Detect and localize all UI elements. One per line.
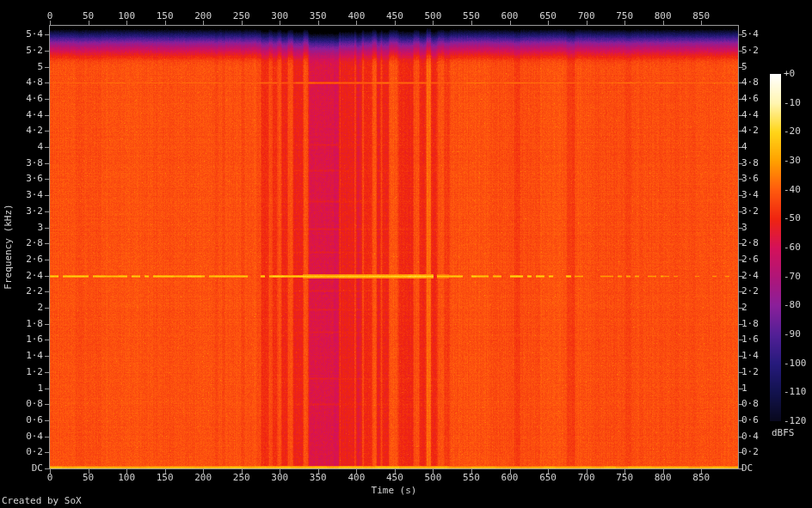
x-tick-label-top: 800: [644, 10, 682, 21]
x-tick-label-top: 150: [146, 10, 184, 21]
colorbar-tick-label: -100: [784, 358, 807, 369]
y-tick-label-right: 3·8: [741, 157, 759, 168]
y-tick-label-left: 4·4: [9, 109, 43, 120]
y-tick-label-right: 0·8: [741, 398, 759, 409]
x-tick-label-bottom: 50: [70, 472, 108, 483]
x-tick-label-top: 400: [337, 10, 375, 21]
y-tick-label-left: 4·2: [9, 125, 43, 136]
y-tick-label-left: 2·4: [9, 270, 43, 281]
x-tick-label-bottom: 450: [376, 472, 414, 483]
x-tick-label-top: 600: [491, 10, 529, 21]
y-tick-label-right: 2·2: [741, 285, 759, 297]
y-tick-label-right: 3: [741, 222, 747, 233]
y-tick-label-left: 2·6: [9, 254, 43, 265]
x-tick-label-top: 200: [184, 10, 222, 21]
colorbar-tick-label: -70: [784, 271, 801, 282]
y-tick-label-right: 2·4: [741, 270, 759, 281]
y-tick-label-left: 1·4: [9, 350, 43, 361]
x-tick-label-bottom: 100: [108, 472, 145, 483]
colorbar-tick-label: -110: [784, 386, 807, 397]
y-tick-label-left: DC: [9, 462, 43, 474]
x-axis-title: Time (s): [372, 485, 417, 496]
y-tick-label-left: 0·6: [9, 414, 43, 425]
x-tick-label-bottom: 650: [529, 472, 567, 483]
y-tick-label-left: 3·2: [9, 205, 43, 217]
x-tick-label-top: 700: [568, 10, 606, 21]
colorbar-tick-label: -90: [784, 328, 801, 340]
x-tick-label-bottom: 400: [337, 472, 375, 483]
y-tick-label-left: 2·8: [9, 237, 43, 248]
y-tick-label-right: 1·2: [741, 366, 759, 377]
sox-spectrogram-window: 0050501001001501502002002502503003003503…: [0, 0, 812, 508]
y-tick-label-left: 0·8: [9, 398, 43, 409]
y-tick-label-left: 3·6: [9, 173, 43, 184]
y-tick-label-left: 4·6: [9, 93, 43, 104]
x-tick-label-top: 550: [452, 10, 490, 21]
x-tick-label-top: 750: [606, 10, 643, 21]
x-tick-label-bottom: 700: [568, 472, 606, 483]
colorbar-tick-label: -80: [784, 299, 801, 310]
x-tick-label-top: 450: [376, 10, 414, 21]
x-tick-label-bottom: 750: [606, 472, 643, 483]
y-tick-label-left: 1·6: [9, 334, 43, 345]
y-tick-label-left: 3·8: [9, 157, 43, 168]
x-tick-label-top: 350: [299, 10, 337, 21]
y-tick-label-right: 0·4: [741, 431, 759, 442]
y-tick-label-right: 3·6: [741, 173, 759, 184]
colorbar-tick-label: -10: [784, 97, 801, 108]
x-tick-label-top: 300: [261, 10, 298, 21]
y-tick-label-left: 3: [9, 222, 43, 233]
y-tick-label-right: 2: [741, 302, 747, 313]
colorbar-tick-label: -50: [784, 212, 801, 223]
y-tick-label-left: 1·2: [9, 366, 43, 377]
colorbar-unit-label: dBFS: [772, 427, 795, 438]
y-tick-label-right: 4·4: [741, 109, 759, 120]
y-tick-label-right: 1: [741, 383, 747, 394]
y-tick-label-left: 5·2: [9, 45, 43, 56]
y-tick-label-left: 3·4: [9, 189, 43, 200]
credit-text: Created by SoX: [2, 495, 82, 506]
y-tick-label-right: 3·4: [741, 189, 759, 200]
y-tick-label-left: 2·2: [9, 285, 43, 297]
x-tick-label-bottom: 600: [491, 472, 529, 483]
x-tick-label-bottom: 550: [452, 472, 490, 483]
colorbar-tick-label: -40: [784, 184, 801, 195]
y-tick-label-left: 5·4: [9, 28, 43, 40]
x-tick-label-bottom: 800: [644, 472, 682, 483]
y-tick-label-right: 5·4: [741, 28, 759, 40]
x-tick-label-bottom: 200: [184, 472, 222, 483]
y-tick-label-right: 3·2: [741, 205, 759, 217]
colorbar-tick-label: -20: [784, 125, 801, 137]
y-tick-label-left: 4: [9, 141, 43, 152]
y-tick-label-left: 5: [9, 61, 43, 72]
x-tick-label-bottom: 300: [261, 472, 298, 483]
y-tick-label-right: 1·4: [741, 350, 759, 361]
y-tick-label-right: 0·6: [741, 414, 759, 425]
colorbar-tick-label: -60: [784, 242, 801, 253]
x-tick-label-bottom: 500: [414, 472, 452, 483]
x-tick-label-bottom: 350: [299, 472, 337, 483]
x-tick-label-top: 100: [108, 10, 145, 21]
y-tick-label-right: 2·6: [741, 254, 759, 265]
colorbar-tick-label: -120: [784, 415, 807, 426]
x-tick-label-bottom: 850: [682, 472, 720, 483]
y-tick-label-left: 0·4: [9, 431, 43, 442]
y-tick-label-right: 4·8: [741, 77, 759, 88]
y-tick-label-right: 2·8: [741, 237, 759, 248]
y-tick-label-left: 1·8: [9, 318, 43, 329]
x-tick-label-top: 500: [414, 10, 452, 21]
y-tick-label-left: 2: [9, 302, 43, 313]
x-tick-label-top: 650: [529, 10, 567, 21]
colorbar-tick-label: -30: [784, 155, 801, 166]
x-tick-label-top: 50: [70, 10, 108, 21]
y-tick-label-left: 4·8: [9, 77, 43, 88]
spectrogram-canvas: [0, 0, 812, 508]
x-tick-label-top: 250: [223, 10, 261, 21]
x-tick-label-top: 850: [682, 10, 720, 21]
x-tick-label-bottom: 150: [146, 472, 184, 483]
y-tick-label-right: 4·6: [741, 93, 759, 104]
y-tick-label-right: 0·2: [741, 446, 759, 457]
y-tick-label-right: 5·2: [741, 45, 759, 56]
y-tick-label-right: 5: [741, 61, 747, 72]
x-tick-label-bottom: 250: [223, 472, 261, 483]
